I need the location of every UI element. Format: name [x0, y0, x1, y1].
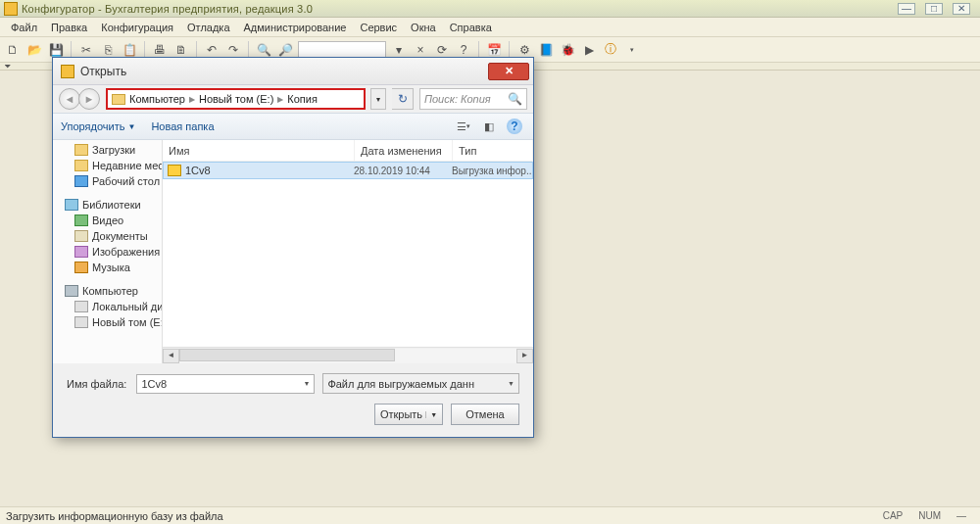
preview-pane-button[interactable]: ◧ — [478, 118, 500, 135]
collapse-icon[interactable]: ⏷ — [0, 62, 12, 71]
nav-back-button[interactable]: ◄ — [59, 88, 80, 110]
dropdown-caret-icon[interactable]: ▾ — [390, 41, 408, 59]
file-type-select[interactable]: Файл для выгружаемых данн ▼ — [322, 373, 519, 394]
dialog-title: Открыть — [80, 65, 126, 78]
scroll-left-button[interactable]: ◄ — [163, 349, 179, 363]
file-row-selected[interactable]: 1Cv8 28.10.2019 10:44 Выгрузка инфор... — [163, 162, 533, 179]
nav-computer-header[interactable]: Компьютер — [53, 283, 162, 299]
more-icon[interactable]: ▾ — [623, 41, 641, 59]
file-pane: Имя Дата изменения Тип 1Cv8 28.10.2019 1… — [163, 140, 533, 363]
chevron-down-icon[interactable]: ▼ — [303, 380, 310, 387]
dialog-address-row: ◄ ► Компьютер ▶ Новый том (E:) ▶ Копия ▾… — [53, 85, 533, 113]
syntax-icon[interactable]: 📘 — [537, 41, 555, 59]
filename-label: Имя файла: — [67, 378, 126, 390]
maximize-button[interactable]: □ — [925, 3, 943, 15]
dialog-icon — [61, 65, 74, 78]
save-icon[interactable]: 💾 — [47, 41, 65, 59]
menu-file[interactable]: Файл — [4, 20, 44, 35]
chevron-right-icon: ▶ — [189, 95, 195, 104]
nav-forward-button[interactable]: ► — [78, 88, 100, 110]
cancel-button[interactable]: Отмена — [451, 404, 519, 425]
dialog-body: Загрузки Недавние места Рабочий стол Биб… — [53, 140, 533, 363]
column-type[interactable]: Тип — [453, 140, 533, 161]
minimize-button[interactable]: — — [898, 3, 915, 15]
nav-documents[interactable]: Документы — [53, 228, 162, 244]
search-placeholder: Поиск: Копия — [424, 93, 491, 105]
nav-images[interactable]: Изображения — [53, 244, 162, 260]
debug-icon[interactable]: 🐞 — [559, 41, 576, 59]
refresh-icon[interactable]: ⟳ — [433, 41, 451, 59]
status-bar: Загрузить информационную базу из файла C… — [0, 506, 980, 524]
column-date[interactable]: Дата изменения — [355, 140, 453, 161]
dialog-bottom-panel: Имя файла: 1Cv8 ▼ Файл для выгружаемых д… — [53, 363, 533, 437]
status-cap: CAP — [875, 510, 911, 521]
breadcrumb-drive[interactable]: Новый том (E:) — [199, 93, 273, 105]
nav-recent[interactable]: Недавние места — [53, 158, 162, 173]
cut-icon[interactable]: ✂ — [77, 41, 95, 59]
menu-windows[interactable]: Окна — [404, 20, 443, 35]
view-mode-button[interactable]: ☰ ▾ — [453, 118, 474, 135]
dialog-help-button[interactable]: ? — [504, 118, 525, 135]
new-folder-button[interactable]: Новая папка — [151, 120, 214, 132]
clear-icon[interactable]: × — [412, 41, 429, 59]
scroll-right-button[interactable]: ► — [516, 349, 533, 363]
nav-local-disk[interactable]: Локальный диск — [53, 299, 162, 314]
menu-service[interactable]: Сервис — [353, 20, 404, 35]
nav-new-volume[interactable]: Новый том (E:) — [53, 314, 162, 330]
calendar-icon[interactable]: 📅 — [485, 41, 503, 59]
address-dropdown-button[interactable]: ▾ — [370, 88, 386, 110]
open-file-dialog: Открыть ✕ ◄ ► Компьютер ▶ Новый том (E:)… — [52, 57, 534, 438]
new-icon[interactable]: 🗋 — [4, 41, 22, 59]
menu-admin[interactable]: Администрирование — [237, 20, 354, 35]
navigation-pane[interactable]: Загрузки Недавние места Рабочий стол Биб… — [53, 140, 163, 363]
nav-libraries-header[interactable]: Библиотеки — [53, 197, 162, 213]
print-icon[interactable]: 🖶 — [151, 41, 169, 59]
copy-icon[interactable]: ⎘ — [99, 41, 117, 59]
file-columns-header[interactable]: Имя Дата изменения Тип — [163, 140, 533, 162]
toolbar-search-input[interactable] — [298, 41, 386, 59]
find-next-icon[interactable]: 🔎 — [276, 41, 294, 59]
search-icon: 🔍 — [508, 92, 522, 106]
nav-downloads[interactable]: Загрузки — [53, 142, 162, 158]
find-icon[interactable]: 🔍 — [255, 41, 272, 59]
chevron-down-icon[interactable]: ▼ — [508, 380, 514, 387]
redo-icon[interactable]: ↷ — [224, 41, 242, 59]
file-type: Выгрузка инфор... — [452, 166, 532, 176]
file-list[interactable]: 1Cv8 28.10.2019 10:44 Выгрузка инфор... — [163, 162, 533, 347]
dialog-close-button[interactable]: ✕ — [488, 63, 529, 80]
column-name[interactable]: Имя — [163, 140, 355, 161]
config-icon[interactable]: ⚙ — [515, 41, 533, 59]
nav-videos[interactable]: Видео — [53, 213, 162, 228]
nav-music[interactable]: Музыка — [53, 260, 162, 275]
menu-bar: Файл Правка Конфигурация Отладка Админис… — [0, 18, 980, 37]
open-icon[interactable]: 📂 — [25, 41, 43, 59]
scroll-thumb[interactable] — [179, 349, 395, 361]
help-toolbar-icon[interactable]: ? — [455, 41, 472, 59]
breadcrumb-folder[interactable]: Копия — [287, 93, 318, 105]
close-button[interactable]: ✕ — [953, 3, 970, 15]
search-box[interactable]: Поиск: Копия 🔍 — [419, 88, 527, 110]
filename-input[interactable]: 1Cv8 ▼ — [136, 374, 315, 394]
nav-desktop[interactable]: Рабочий стол — [53, 173, 162, 189]
preview-icon[interactable]: 🗎 — [172, 41, 190, 59]
menu-configuration[interactable]: Конфигурация — [94, 20, 180, 35]
address-refresh-button[interactable]: ↻ — [392, 88, 414, 110]
open-button[interactable]: Открыть ▼ — [374, 404, 443, 425]
run-icon[interactable]: ▶ — [580, 41, 598, 59]
menu-edit[interactable]: Правка — [44, 20, 94, 35]
horizontal-scrollbar[interactable]: ◄ ► — [163, 347, 533, 363]
undo-icon[interactable]: ↶ — [203, 41, 220, 59]
address-bar[interactable]: Компьютер ▶ Новый том (E:) ▶ Копия — [106, 88, 366, 110]
menu-debug[interactable]: Отладка — [180, 20, 236, 35]
app-title-bar: Конфигуратор - Бухгалтерия предприятия, … — [0, 0, 980, 18]
file-date: 28.10.2019 10:44 — [354, 166, 452, 176]
info-icon[interactable]: ⓘ — [602, 41, 619, 59]
app-title: Конфигуратор - Бухгалтерия предприятия, … — [22, 3, 313, 15]
breadcrumb-computer[interactable]: Компьютер — [129, 93, 185, 105]
app-icon — [4, 2, 18, 16]
menu-help[interactable]: Справка — [443, 20, 499, 35]
organize-button[interactable]: Упорядочить▼ — [61, 120, 135, 132]
dialog-title-bar[interactable]: Открыть ✕ — [53, 58, 533, 85]
folder-icon — [112, 94, 125, 105]
paste-icon[interactable]: 📋 — [121, 41, 138, 59]
